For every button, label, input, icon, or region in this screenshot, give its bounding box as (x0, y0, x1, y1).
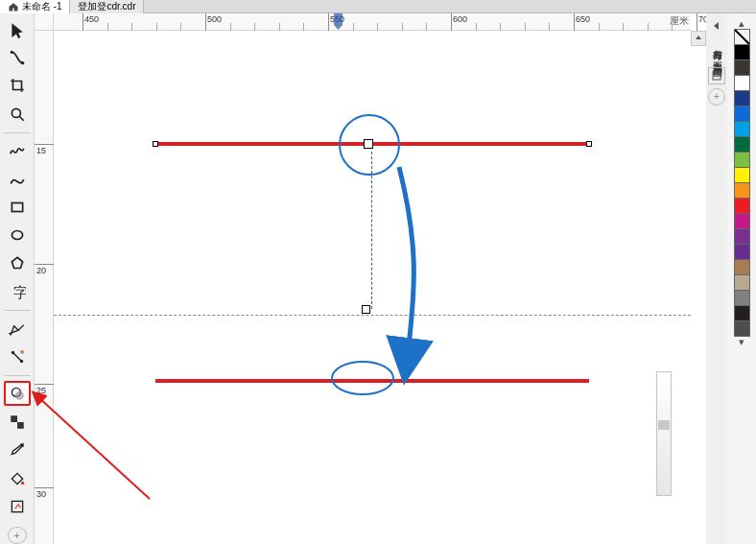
drop-shadow-tool[interactable] (4, 381, 31, 406)
eyedrop-icon (9, 441, 26, 459)
ruler-label: 650 (576, 14, 590, 24)
ellipse-icon (9, 226, 26, 244)
swatch[interactable] (734, 228, 750, 245)
zoom-tool[interactable] (4, 102, 31, 126)
pen2-icon (9, 319, 26, 337)
scrollbar-thumb[interactable] (658, 420, 670, 430)
text-icon: 字 (9, 283, 26, 300)
swatch[interactable] (734, 121, 750, 137)
ruler-corner[interactable] (35, 13, 54, 31)
panel-tool-1[interactable] (708, 67, 725, 84)
docker-align[interactable]: 对齐与分布 (708, 38, 725, 46)
swatch[interactable] (734, 274, 750, 291)
svg-text:字: 字 (12, 285, 26, 300)
dimension-tool[interactable] (4, 317, 31, 341)
rect-icon (9, 199, 26, 216)
swatch[interactable] (734, 259, 750, 275)
svg-line-11 (12, 352, 21, 361)
swatch[interactable] (734, 44, 750, 60)
svg-point-4 (10, 152, 12, 154)
swatch[interactable] (734, 167, 750, 183)
swatch[interactable] (734, 320, 750, 337)
selection-handle[interactable] (586, 141, 592, 147)
swatch[interactable] (734, 136, 750, 153)
swatch[interactable] (734, 198, 750, 214)
artistic-media-tool[interactable] (4, 167, 31, 191)
annotation-ellipse (331, 361, 394, 395)
swatch[interactable] (734, 29, 750, 45)
svg-line-8 (18, 325, 24, 331)
toolbox: 字+ (0, 13, 35, 544)
palette-scroll-up[interactable]: ▴ (733, 17, 750, 29)
svg-rect-18 (20, 444, 23, 447)
text-tool[interactable]: 字 (4, 279, 31, 303)
swatch[interactable] (734, 75, 750, 91)
shadow-icon (9, 385, 26, 402)
svg-rect-17 (17, 422, 24, 429)
zoom-icon (9, 106, 26, 123)
ellipse-tool[interactable] (4, 224, 31, 248)
work-area: 厘米 450500550600650700 15202530 (35, 13, 706, 544)
home-icon (8, 1, 19, 12)
freehand-icon (9, 142, 26, 159)
svg-rect-22 (713, 72, 721, 80)
docker-tabs: 对齐与分布 圆角/扇形角/倒棱角 + (706, 13, 727, 544)
annotation-circle (339, 114, 400, 176)
swatch[interactable] (734, 106, 750, 122)
annotation-arrow-blue (54, 31, 691, 530)
tool-add[interactable]: + (8, 527, 27, 544)
ruler-label: 15 (36, 146, 46, 155)
pick-tool[interactable] (4, 17, 31, 41)
ruler-vertical[interactable]: 15202530 (35, 31, 54, 544)
svg-point-6 (12, 231, 22, 240)
freehand-tool[interactable] (4, 138, 31, 162)
eyedropper-tool[interactable] (4, 438, 31, 462)
interactive-fill-tool[interactable] (4, 466, 31, 490)
swatch[interactable] (734, 90, 750, 106)
svg-line-3 (19, 116, 24, 121)
ruler-horizontal[interactable]: 厘米 450500550600650700 (54, 13, 691, 31)
connector-tool[interactable] (4, 344, 31, 368)
swatch[interactable] (734, 182, 750, 199)
svg-point-1 (20, 61, 23, 64)
docker-corners[interactable]: 圆角/扇形角/倒棱角 (708, 50, 725, 63)
swatch[interactable] (734, 213, 750, 229)
drag-target-node[interactable] (362, 305, 370, 314)
transp-icon (9, 414, 26, 431)
right-panels: 对齐与分布 圆角/扇形角/倒棱角 + ▴ ▾ (706, 13, 756, 544)
swatch[interactable] (734, 152, 750, 168)
swatch[interactable] (734, 244, 750, 260)
tab-label: 登加登cdr.cdr (78, 1, 135, 12)
swatch[interactable] (734, 290, 750, 306)
pick-icon (9, 21, 26, 38)
tab-doc-2[interactable]: 登加登cdr.cdr (70, 0, 144, 13)
ruler-label: 25 (36, 386, 46, 395)
swatch[interactable] (734, 305, 750, 321)
color-palette: ▴ ▾ (727, 13, 756, 544)
plus-icon[interactable]: + (708, 88, 725, 106)
transparency-tool[interactable] (4, 410, 31, 434)
arrow-left-icon[interactable] (708, 17, 725, 35)
ruler-label: 30 (36, 489, 46, 499)
canvas[interactable] (54, 31, 691, 544)
palette-scroll-down[interactable]: ▾ (733, 336, 750, 347)
scroll-up-button[interactable] (691, 31, 706, 46)
tab-label: 未命名 -1 (22, 1, 62, 12)
connect-icon (9, 348, 26, 366)
svg-point-14 (14, 391, 23, 400)
smartfill-icon (9, 498, 26, 515)
document-tabs: 未命名 -1 登加登cdr.cdr (0, 0, 756, 13)
horizontal-guide[interactable] (54, 315, 691, 316)
fill-icon (9, 470, 26, 487)
smart-fill-tool[interactable] (4, 494, 31, 518)
polygon-tool[interactable] (4, 251, 31, 275)
selection-handle[interactable] (153, 141, 158, 147)
shape-tool[interactable] (4, 45, 31, 69)
rectangle-tool[interactable] (4, 195, 31, 219)
vertical-scrollbar[interactable] (656, 371, 672, 496)
tab-doc-1[interactable]: 未命名 -1 (0, 0, 70, 13)
ruler-label: 20 (36, 266, 46, 275)
crop-tool[interactable] (4, 74, 31, 98)
polygon-icon (9, 255, 26, 272)
swatch[interactable] (734, 59, 750, 76)
